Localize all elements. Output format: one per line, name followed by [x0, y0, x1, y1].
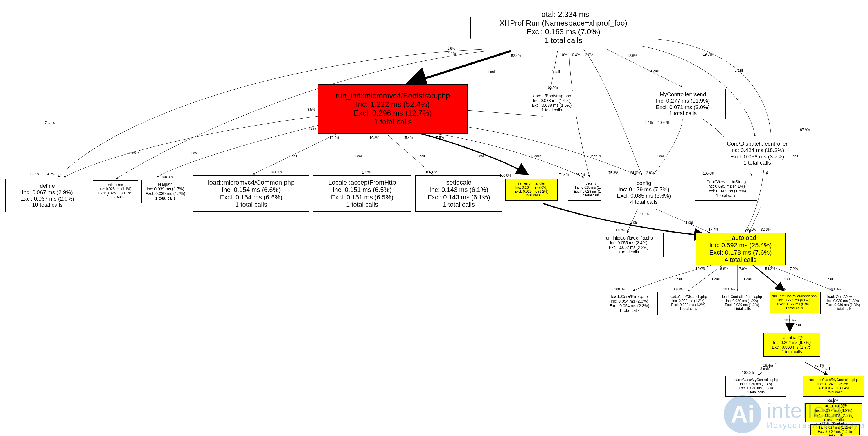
edge-label: 100.0% — [426, 170, 437, 174]
dispatch-controller-node[interactable]: Core\Dispatch::controller Inc: 0.424 ms … — [710, 137, 804, 170]
realpath-node[interactable]: realpathInc: 0.039 ms (1.7%)Excl: 0.039 … — [142, 180, 189, 203]
edge-label: 6.8% — [720, 267, 728, 271]
edge-label: 1 call — [289, 154, 297, 158]
bootstrap-node[interactable]: run_init::micromvc4/Bootstrap.php Inc: 1… — [318, 84, 468, 134]
edge-label: 10.9% — [330, 136, 339, 140]
edge-label: 1 call — [190, 151, 198, 155]
edge-label: 87.9% — [800, 128, 810, 132]
edge-label: 24.0% — [630, 171, 640, 175]
load-core-dispatch-node[interactable]: load::Core/Dispatch.phpInc: 0.028 ms (1.… — [662, 292, 714, 314]
locale-accept-node[interactable]: Locale::acceptFromHttpInc: 0.151 ms (6.5… — [313, 175, 411, 212]
edge-label: 52.4% — [511, 54, 521, 58]
edge-label: 28.6% — [576, 173, 585, 177]
load-core-controller-node[interactable]: load::Core/Controller.phpInc: 0.027 ms (… — [810, 425, 860, 435]
edge-label: 100.0% — [658, 121, 670, 125]
runinit-config-node[interactable]: run_init::Config/Config.phpInc: 0.055 ms… — [594, 233, 663, 257]
edge-label: 71.4% — [559, 173, 569, 177]
load-common-node[interactable]: load::micromvc4/Common.phpInc: 0.154 ms … — [193, 175, 309, 212]
edge-label: 2 calls — [45, 121, 55, 125]
edge-label: 2.0% — [585, 53, 593, 57]
edge-label: 15.4% — [403, 136, 413, 140]
root-node[interactable]: Total: 2.334 ms XHProf Run (Namespace=xh… — [470, 6, 656, 50]
set-error-handler-node[interactable]: set_error_handlerInc: 0.164 ms (7.0%)Exc… — [505, 179, 558, 201]
edge-label: 1.0% — [559, 53, 567, 57]
edge-label: 1 call — [417, 154, 425, 158]
edge-label: 100.0% — [826, 399, 838, 403]
autoload1-node[interactable]: __autoload@1Inc: 0.202 ms (8.7%)Excl: 0.… — [764, 333, 820, 357]
edge-label: 100.0% — [546, 86, 558, 90]
edge-label: 58.1% — [640, 212, 650, 216]
edge-label: 16.2% — [369, 136, 379, 140]
edge-label: 2.8% — [646, 171, 654, 175]
edge-label: 1 call — [487, 70, 495, 74]
edge-label: 1 call — [790, 154, 798, 158]
autoload-node[interactable]: __autoloadInc: 0.592 ms (25.4%)Excl: 0.1… — [695, 233, 785, 265]
edge-label: 1 call — [552, 70, 560, 74]
load-class-mycontroller-node[interactable]: load::Class/MyController.phpInc: 0.030 m… — [725, 376, 786, 397]
edge-label: 54.2% — [765, 267, 775, 271]
edge-label: 100.0% — [742, 371, 754, 375]
edge-label: 1 call — [354, 154, 363, 158]
edge-label: 1 call — [838, 403, 846, 407]
edge-label: 100.0% — [829, 287, 841, 291]
edge-label: 69.1% — [820, 422, 830, 426]
edge-label: 0.4% — [572, 53, 580, 57]
setlocale-node[interactable]: setlocaleInc: 0.143 ms (6.1%)Excl: 0.143… — [415, 175, 502, 212]
edge-label: 17.5% — [434, 136, 444, 140]
runinit-controller-index-node[interactable]: run_init::Controller/Index.phpInc: 0.224… — [770, 292, 819, 313]
load-core-error-node[interactable]: load::Core/Error.phpInc: 0.054 ms (2.3%)… — [601, 292, 658, 315]
edge-label: 100.0% — [703, 172, 715, 176]
root-l3: Excl: 0.163 ms (7.0%) — [526, 28, 600, 36]
edge-label: 8.5% — [307, 108, 315, 112]
edge-label: 32.6% — [761, 228, 771, 232]
config-node[interactable]: configInc: 0.179 ms (7.7%)Excl: 0.085 ms… — [601, 176, 687, 209]
edge-label: 1 call — [650, 69, 659, 73]
edge-label: 8 calls — [129, 151, 139, 155]
load-core-view-node[interactable]: load::Core/View.phpInc: 0.030 ms (1.3%)E… — [820, 292, 865, 314]
edge-label: 6 calls — [531, 154, 541, 158]
edge-label: 1 call — [656, 154, 664, 158]
edge-label: 7.2% — [790, 267, 798, 271]
edge-label: 3 calls — [760, 367, 770, 371]
mycontroller-send-node[interactable]: MyController::send Inc: 0.277 ms (11.9%)… — [640, 89, 726, 119]
edge-label: 100.0% — [784, 318, 796, 322]
edge-label: 1 call — [822, 367, 830, 371]
edge-label: 2 calls — [591, 154, 601, 158]
watermark-icon: Ai — [724, 395, 762, 433]
edge-label: 100.0% — [614, 287, 626, 291]
edge-label: 50.1% — [746, 228, 756, 232]
view-tostring-node[interactable]: Core\View::__toStringInc: 0.095 ms (4.1%… — [695, 177, 757, 201]
xhprof-callgraph: Total: 2.334 ms XHProf Run (Namespace=xh… — [0, 0, 868, 436]
edge-label: 100.0% — [671, 287, 683, 291]
edge-label: 1 call — [793, 323, 801, 327]
edge-label: 100.0% — [499, 174, 512, 178]
load-controller-index-node[interactable]: load::Controller/Index.phpInc: 0.029 ms … — [716, 292, 768, 314]
edge-label: 1.1% — [448, 52, 456, 56]
edge-label: 100.0% — [723, 287, 735, 291]
edge-label: 13.0% — [695, 267, 705, 271]
edge-label: 100.0% — [359, 170, 371, 174]
edge-label: 2.4% — [645, 121, 653, 125]
runinit-class-mycontroller-node[interactable]: run_init::Class/MyController.phpInc: 0.1… — [803, 376, 864, 397]
edge-label: 1 call — [476, 154, 485, 158]
microtime-node[interactable]: microtimeInc: 0.025 ms (1.1%)Excl: 0.025… — [93, 180, 138, 202]
edge-label: 100.0% — [774, 287, 786, 291]
edge-label: 12.8% — [627, 54, 637, 58]
root-l2: XHProf Run (Namespace=xhprof_foo) — [499, 19, 627, 28]
root-l1: Total: 2.334 ms — [538, 10, 589, 19]
load-bootstrap-node[interactable]: load::../Bootstrap.php Inc: 0.038 ms (1.… — [523, 91, 581, 115]
edge-label: 1 call — [825, 277, 833, 281]
edge-label: 1.6% — [447, 47, 455, 51]
edge-label: 1 call — [685, 220, 693, 224]
edge-label: 52.2% — [30, 172, 40, 176]
edge-label: 1 call — [630, 220, 638, 224]
edge-label: 1 call — [735, 68, 743, 72]
define-node[interactable]: defineInc: 0.067 ms (2.9%)Excl: 0.067 ms… — [5, 179, 89, 212]
autoload2-node[interactable]: __autoload@2Inc: 0.092 ms (3.9%)Excl: 0.… — [805, 403, 862, 422]
edge-label: 19.5% — [703, 52, 713, 56]
edge-label: 4.2% — [308, 126, 316, 130]
edge-label: 1 call — [674, 277, 682, 281]
edge-label: 1 call — [711, 277, 720, 281]
edge-label: 100.0% — [161, 175, 173, 179]
edges-layer — [0, 0, 868, 436]
